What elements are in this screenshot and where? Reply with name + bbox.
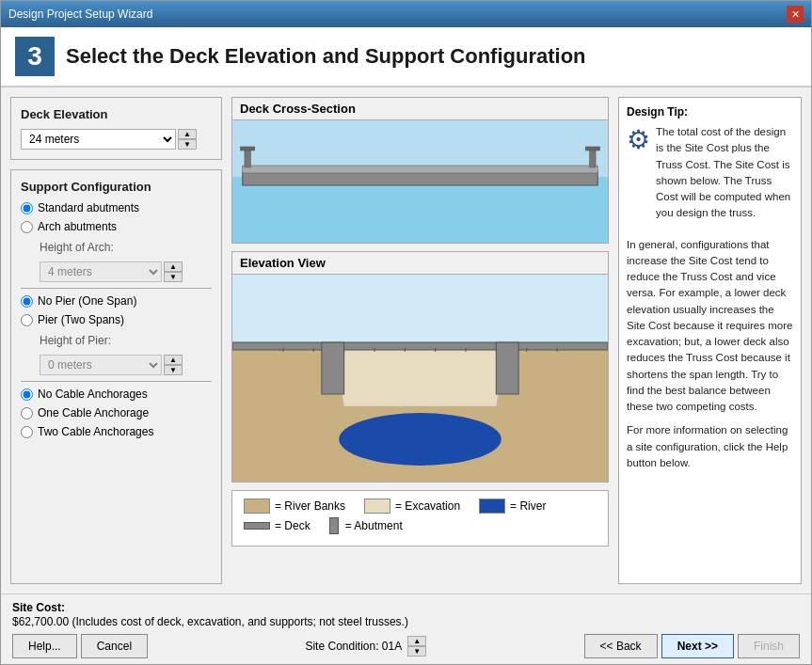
deck-elevation-up[interactable]: ▲ [178,129,197,139]
masonic-icon: ⚙ [627,124,650,155]
svg-rect-3 [243,166,597,173]
arch-height-select[interactable]: 4 meters [40,261,162,282]
pier-height-select[interactable]: 0 meters [40,355,162,375]
svg-rect-26 [496,342,518,394]
svg-point-13 [339,413,502,466]
title-bar: Design Project Setup Wizard ✕ [1,1,811,27]
middle-panel: Deck Cross-Section [231,97,609,584]
elevation-area [232,275,608,482]
one-cable-radio[interactable] [21,407,33,420]
next-button[interactable]: Next >> [661,634,734,658]
svg-rect-7 [585,147,599,150]
svg-rect-1 [232,177,608,243]
deck-elevation-selector: 20 meters 22 meters 24 meters 26 meters … [21,129,212,150]
site-condition-row: Site Condition: 01A ▲ ▼ [305,636,426,657]
elevation-view-box: Elevation View [231,251,609,483]
two-cable-label: Two Cable Anchorages [38,425,153,438]
site-cost-label: Site Cost: [12,601,65,614]
design-tip-title: Design Tip: [627,105,793,119]
pier-height-down[interactable]: ▼ [164,365,183,375]
svg-rect-4 [245,149,250,167]
legend-river: = River [479,499,546,514]
excavation-text: = Excavation [395,499,460,513]
no-pier-radio[interactable] [21,295,33,308]
elevation-svg [232,275,608,482]
close-button[interactable]: ✕ [787,6,804,23]
one-cable-option[interactable]: One Cable Anchorage [21,406,212,420]
standard-abutments-label: Standard abutments [38,201,139,214]
cross-section-area [232,120,608,243]
help-button[interactable]: Help... [12,634,77,658]
svg-rect-14 [232,342,608,350]
tip-text-1: The total cost of the design is the Site… [656,124,793,222]
site-condition-label: Site Condition: 01A [305,640,402,653]
support-config-panel: Support Configuration Standard abutments… [10,169,222,584]
deck-elevation-down[interactable]: ▼ [178,139,197,150]
pier-height-label: Height of Pier: [40,334,212,347]
legend-area: = River Banks = Excavation = River = Dec… [231,490,609,546]
pier-height-row: 0 meters ▲ ▼ [40,355,212,375]
left-panel: Deck Elevation 20 meters 22 meters 24 me… [10,97,222,584]
no-cable-radio[interactable] [21,388,33,401]
deck-elevation-panel: Deck Elevation 20 meters 22 meters 24 me… [10,97,222,160]
no-cable-option[interactable]: No Cable Anchorages [21,388,212,401]
standard-abutments-option[interactable]: Standard abutments [21,201,212,214]
tip-text-3: For more information on selecting a site… [627,422,793,471]
no-pier-option[interactable]: No Pier (One Span) [21,294,212,308]
pier-radio[interactable] [21,314,33,326]
cross-section-box: Deck Cross-Section [231,97,609,244]
legend-row-1: = River Banks = Excavation = River [244,499,597,514]
arch-height-label: Height of Arch: [40,241,212,254]
site-condition-down[interactable]: ▼ [407,646,426,657]
right-buttons: << Back Next >> Finish [584,634,800,658]
deck-elevation-title: Deck Elevation [21,107,212,121]
site-condition-spinner: ▲ ▼ [407,636,426,657]
arch-abutments-option[interactable]: Arch abutments [21,220,212,233]
arch-abutments-label: Arch abutments [38,220,117,233]
legend-row-2: = Deck = Abutment [244,517,597,534]
finish-button[interactable]: Finish [738,634,800,658]
no-pier-label: No Pier (One Span) [38,294,136,308]
cross-section-svg [232,120,608,243]
river-banks-swatch [244,499,270,514]
deck-text: = Deck [275,519,310,532]
page-title: Select the Deck Elevation and Support Co… [66,44,586,69]
one-cable-label: One Cable Anchorage [38,406,149,420]
pier-radio-group: No Pier (One Span) Pier (Two Spans) Heig… [21,294,212,375]
two-cable-option[interactable]: Two Cable Anchorages [21,425,212,438]
abutment-radio-group: Standard abutments Arch abutments Height… [21,201,212,282]
arch-height-down[interactable]: ▼ [164,272,183,282]
standard-abutments-radio[interactable] [21,202,33,214]
legend-deck: = Deck [244,519,310,532]
tip-text-2: In general, configurations that increase… [627,237,793,416]
arch-height-row: 4 meters ▲ ▼ [40,261,212,282]
elevation-view-title: Elevation View [232,252,608,275]
pier-height-spinner: ▲ ▼ [164,355,183,375]
support-config-title: Support Configuration [21,180,212,194]
arch-height-up[interactable]: ▲ [164,261,183,272]
site-condition-up[interactable]: ▲ [407,636,426,646]
arch-abutments-radio[interactable] [21,221,33,233]
legend-river-banks: = River Banks [244,499,345,514]
arch-height-spinner: ▲ ▼ [164,261,183,282]
two-cable-radio[interactable] [21,426,33,438]
legend-abutment: = Abutment [329,517,403,534]
header: 3 Select the Deck Elevation and Support … [1,27,811,87]
svg-rect-6 [241,147,255,150]
cross-section-title: Deck Cross-Section [232,98,608,120]
pier-height-up[interactable]: ▲ [164,355,183,365]
cancel-button[interactable]: Cancel [81,634,148,658]
excavation-swatch [364,499,390,514]
step-badge: 3 [15,37,55,76]
footer: Site Cost: $62,700.00 (Includes cost of … [1,594,811,664]
pier-option[interactable]: Pier (Two Spans) [21,313,212,326]
river-banks-text: = River Banks [275,499,345,513]
site-cost-value: $62,700.00 (Includes cost of deck, excav… [12,615,408,628]
deck-elevation-select[interactable]: 20 meters 22 meters 24 meters 26 meters … [21,129,176,150]
cable-radio-group: No Cable Anchorages One Cable Anchorage … [21,388,212,438]
footer-bottom: Help... Cancel Site Condition: 01A ▲ ▼ <… [12,634,800,658]
svg-rect-5 [590,149,596,167]
svg-rect-2 [243,172,597,185]
back-button[interactable]: << Back [584,634,658,658]
abutment-swatch [329,517,339,534]
